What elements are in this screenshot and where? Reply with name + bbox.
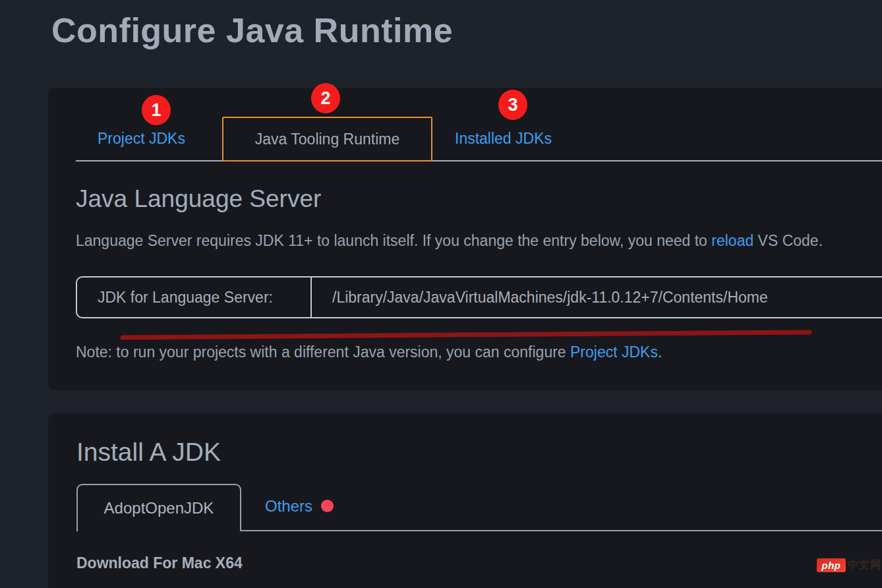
jdk-field-label: JDK for Language Server: [77, 278, 312, 317]
runtime-settings-card: Project JDKs Java Tooling Runtime Instal… [48, 88, 882, 390]
php-logo-badge: php [817, 558, 846, 572]
red-underline-annotation [117, 325, 816, 342]
note-text-after: . [658, 343, 662, 361]
jdk-path-value[interactable]: /Library/Java/JavaVirtualMachines/jdk-11… [312, 278, 882, 317]
tab-adoptopenjdk-label: AdoptOpenJDK [104, 499, 214, 517]
tab-java-tooling-runtime[interactable]: Java Tooling Runtime [222, 117, 432, 162]
tab-others[interactable]: Others [265, 497, 312, 515]
annotation-badge-2: 2 [311, 83, 340, 113]
description-text: Language Server requires JDK 11+ to laun… [76, 232, 711, 249]
annotation-badge-1: 1 [142, 95, 171, 125]
reload-link[interactable]: reload [711, 232, 753, 249]
others-notification-dot [321, 500, 334, 512]
java-language-server-heading: Java Language Server [76, 185, 321, 213]
description-text-after: VS Code. [753, 232, 823, 249]
watermark-site-name: 中文网 [848, 558, 881, 572]
php-watermark: php 中文网 [817, 558, 881, 572]
project-jdks-link[interactable]: Project JDKs [570, 343, 658, 361]
annotation-badge-3: 3 [498, 90, 527, 120]
language-server-description: Language Server requires JDK 11+ to laun… [76, 232, 823, 250]
tab-strip-underline [76, 160, 882, 162]
note-text-before: Note: to run your projects with a differ… [76, 343, 570, 361]
install-a-jdk-heading: Install A JDK [76, 438, 221, 467]
download-for-mac-x64-heading: Download For Mac X64 [76, 554, 243, 572]
tab-java-tooling-runtime-label: Java Tooling Runtime [255, 131, 399, 148]
note-text: Note: to run your projects with a differ… [76, 343, 662, 361]
tab-project-jdks[interactable]: Project JDKs [98, 130, 185, 148]
page-title: Configure Java Runtime [51, 11, 453, 50]
tab-adoptopenjdk[interactable]: AdoptOpenJDK [76, 484, 241, 531]
install-tab-strip-underline [241, 530, 882, 531]
tab-installed-jdks[interactable]: Installed JDKs [455, 130, 552, 148]
install-jdk-card: Install A JDK AdoptOpenJDK Others Downlo… [48, 413, 882, 588]
jdk-for-language-server-field: JDK for Language Server: /Library/Java/J… [76, 276, 882, 318]
